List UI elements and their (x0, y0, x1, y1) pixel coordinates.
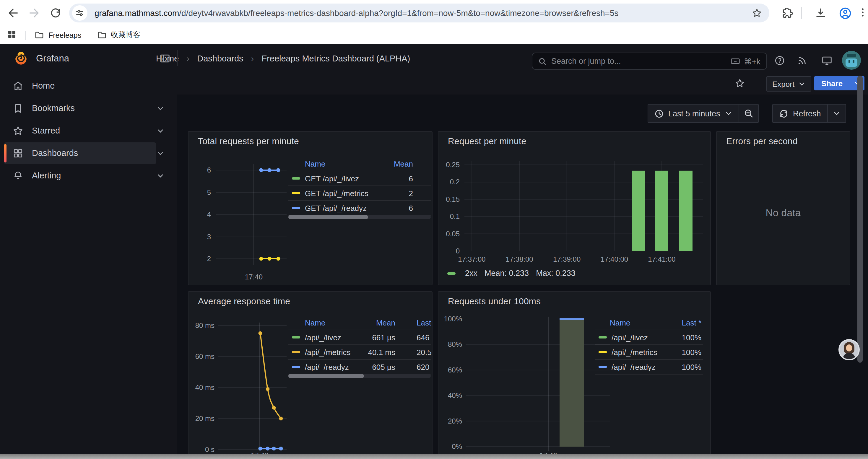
series-swatch (598, 336, 607, 338)
refresh-button[interactable]: Refresh (772, 104, 828, 123)
user-avatar[interactable] (842, 51, 861, 70)
bookmark-folder-freeleaps[interactable]: Freeleaps (34, 30, 81, 40)
legend-table: Name Mean GET /api/_/livez 6 GET /api/_/… (288, 157, 431, 216)
svg-text:100%: 100% (444, 315, 462, 323)
bar-chart[interactable]: 0.250.20.150.10.05017:37:0017:38:0017:39… (438, 132, 711, 285)
zoom-out-time-button[interactable] (739, 104, 759, 123)
favorite-dashboard-button[interactable] (735, 78, 745, 89)
downloads-button[interactable] (814, 6, 827, 20)
time-range-picker[interactable]: Last 5 minutes (648, 104, 739, 123)
panel-average-response-time[interactable]: Average response time 80 ms60 ms40 ms20 … (188, 291, 433, 459)
sidebar-item-starred[interactable]: Starred (4, 120, 156, 141)
refresh-icon (779, 109, 788, 118)
refresh-interval-button[interactable] (828, 104, 846, 123)
display-button[interactable] (821, 55, 833, 66)
svg-text:17:40:00: 17:40:00 (601, 255, 628, 263)
chevron-down-icon[interactable] (157, 149, 164, 157)
svg-text:17:41:00: 17:41:00 (648, 255, 675, 263)
legend-item-2xx[interactable]: 2xx (447, 269, 477, 277)
floating-assistant-avatar[interactable] (838, 339, 860, 360)
grafana-logo[interactable] (13, 51, 28, 66)
profile-avatar-icon (838, 6, 852, 20)
legend-scrollbar[interactable] (288, 215, 431, 219)
chevron-down-icon[interactable] (157, 172, 164, 179)
browser-menu-button[interactable] (857, 6, 868, 20)
extensions-button[interactable] (781, 6, 794, 20)
profile-button[interactable] (838, 6, 851, 20)
search-icon (538, 57, 547, 65)
help-button[interactable] (774, 55, 785, 66)
dock-menu-toggle[interactable] (159, 52, 171, 64)
legend-col-mean[interactable]: Mean (360, 318, 395, 327)
breadcrumb-dashboards[interactable]: Dashboards (197, 54, 243, 63)
panel-total-requests-per-minute[interactable]: Total requests per minute 6543217:40 Nam… (188, 131, 433, 285)
legend-max: Max: 0.233 (536, 269, 576, 277)
legend-col-last[interactable]: Last * (416, 318, 431, 327)
browser-reload-button[interactable] (49, 6, 62, 20)
sidebar-item-alerting[interactable]: Alerting (4, 165, 156, 186)
chevron-down-icon[interactable] (157, 104, 164, 112)
browser-toolbar: grafana.mathmast.com/d/deytv4rwavabkb/fr… (0, 0, 868, 26)
legend: 2xx Mean: 0.233 Max: 0.233 (447, 269, 576, 277)
legend-row[interactable]: /api/_/readyz 605 µs 620 µs (288, 360, 431, 374)
help-icon (774, 55, 785, 66)
svg-text:60%: 60% (448, 366, 462, 374)
refresh-controls-group: Refresh (772, 104, 846, 123)
legend-row[interactable]: /api/_/metrics 100% (595, 345, 703, 360)
page-scrollbar[interactable] (857, 76, 863, 363)
bookmark-star-icon[interactable] (752, 8, 762, 18)
legend-header: Name Mean Last * (288, 316, 431, 330)
svg-text:20%: 20% (448, 417, 462, 425)
share-button[interactable]: Share (814, 76, 864, 90)
svg-text:80 ms: 80 ms (195, 321, 215, 329)
legend-row[interactable]: GET /api/_/metrics 2 (288, 186, 431, 201)
legend-mean: Mean: 0.233 (485, 269, 529, 277)
legend-row[interactable]: /api/_/metrics 40.1 ms 20.5 ms (288, 345, 431, 360)
apps-grid-button[interactable] (6, 29, 20, 42)
svg-text:6: 6 (207, 166, 211, 174)
breadcrumb-current: Freeleaps Metrics Dashboard (ALPHA) (261, 54, 410, 63)
dashboard-canvas: Last 5 minutes Refresh Total requests pe… (177, 95, 868, 459)
search-placeholder: Search or jump to... (551, 57, 730, 66)
active-item-accent (4, 144, 6, 162)
legend-scrollbar[interactable] (288, 374, 431, 378)
bookmark-icon (12, 102, 24, 114)
sidebar-item-dashboards[interactable]: Dashboards (4, 142, 156, 164)
sidebar-item-home[interactable]: Home (4, 75, 156, 97)
legend-header: Name Last * (595, 316, 703, 330)
search-input[interactable]: Search or jump to... ⌘+k (532, 53, 767, 70)
panel-request-per-minute[interactable]: Request per minute 0.250.20.150.10.05017… (438, 131, 711, 285)
site-settings-icon[interactable] (72, 5, 88, 21)
toolbar-divider (801, 7, 802, 19)
legend-col-name[interactable]: Name (305, 159, 378, 168)
chevron-down-icon (833, 110, 840, 117)
series-swatch (598, 366, 607, 368)
series-swatch (447, 272, 456, 274)
apps-grid-icon (6, 29, 17, 39)
chevron-down-icon[interactable] (157, 127, 164, 134)
url-bar[interactable]: grafana.mathmast.com/d/deytv4rwavabkb/fr… (69, 4, 769, 23)
export-button[interactable]: Export (766, 76, 811, 92)
legend-row[interactable]: GET /api/_/readyz 6 (288, 201, 431, 216)
legend-col-name[interactable]: Name (305, 318, 360, 327)
sidebar-item-bookmarks[interactable]: Bookmarks (4, 97, 156, 119)
bookmark-folder-blogs[interactable]: 收藏博客 (97, 30, 140, 40)
svg-text:40%: 40% (448, 391, 462, 399)
legend-col-last[interactable]: Last * (660, 318, 701, 327)
svg-text:4: 4 (207, 210, 211, 218)
legend-row[interactable]: /api/_/readyz 100% (595, 360, 703, 374)
rss-icon (797, 55, 808, 66)
svg-text:3: 3 (207, 233, 211, 241)
browser-back-button[interactable] (6, 6, 20, 20)
panel-requests-under-100ms[interactable]: Requests under 100ms 100%80%60%40%20%0%1… (438, 291, 711, 459)
grafana-brand[interactable]: Grafana (36, 53, 69, 64)
legend-row[interactable]: /api/_/livez 100% (595, 330, 703, 345)
legend-row[interactable]: /api/_/livez 661 µs 646 µs (288, 330, 431, 345)
bookmarks-bar: Freeleaps 收藏博客 (0, 26, 868, 44)
legend-col-mean[interactable]: Mean (378, 159, 413, 168)
panel-errors-per-second[interactable]: Errors per second No data (716, 131, 850, 285)
browser-forward-button[interactable] (28, 6, 41, 20)
legend-col-name[interactable]: Name (610, 318, 660, 327)
legend-row[interactable]: GET /api/_/livez 6 (288, 171, 431, 186)
news-button[interactable] (797, 55, 808, 66)
